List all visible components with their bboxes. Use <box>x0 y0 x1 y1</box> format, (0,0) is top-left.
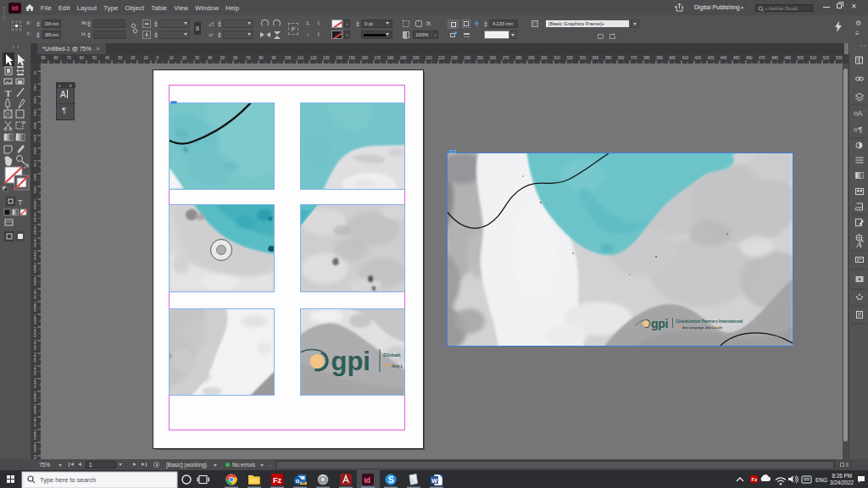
svg-text:Type here to search: Type here to search <box>40 476 96 484</box>
svg-text:Globalization Partners Interna: Globalization Partners International <box>676 319 743 324</box>
svg-text:T: T <box>5 88 12 98</box>
svg-text:ENG: ENG <box>815 477 827 483</box>
svg-text:gpi: gpi <box>331 347 371 376</box>
svg-text:8:26 PM: 8:26 PM <box>832 473 852 479</box>
svg-text:3/24/2022: 3/24/2022 <box>830 480 854 485</box>
svg-text:T: T <box>18 198 23 207</box>
svg-text:Id: Id <box>364 476 371 485</box>
svg-text:Fz: Fz <box>273 476 281 485</box>
svg-text:o: o <box>296 477 300 485</box>
svg-text:Any L: Any L <box>391 363 403 369</box>
svg-text:¶: ¶ <box>859 125 863 134</box>
svg-text:Globali: Globali <box>383 352 401 358</box>
svg-text:S: S <box>388 475 394 485</box>
svg-text:W: W <box>431 477 438 485</box>
svg-text:A: A <box>858 109 863 118</box>
svg-text:gpi: gpi <box>651 317 668 330</box>
svg-text:Fz: Fz <box>752 477 758 482</box>
svg-text:A: A <box>856 240 863 249</box>
